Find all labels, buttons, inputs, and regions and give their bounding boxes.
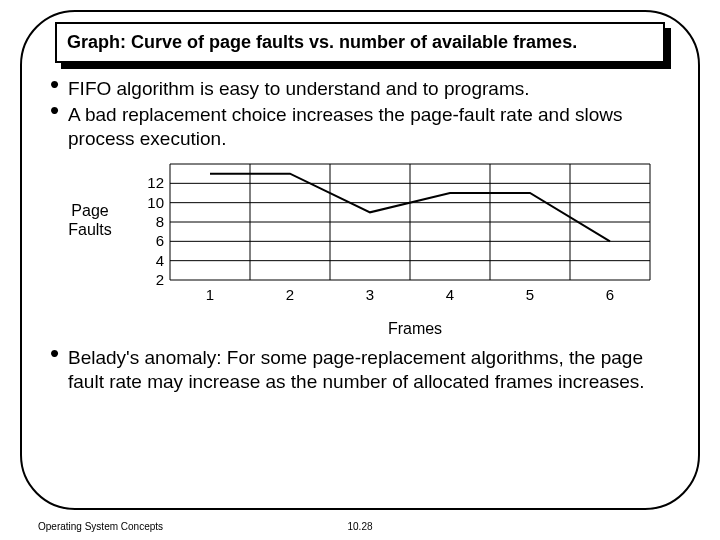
footer-left: Operating System Concepts [38,521,163,532]
svg-text:8: 8 [156,213,164,230]
svg-text:12: 12 [147,175,164,192]
svg-text:10: 10 [147,194,164,211]
svg-text:5: 5 [526,286,534,303]
svg-text:6: 6 [606,286,614,303]
svg-text:4: 4 [156,252,164,269]
svg-text:1: 1 [206,286,214,303]
svg-text:2: 2 [286,286,294,303]
bullet-list-top: FIFO algorithm is easy to understand and… [50,77,670,150]
svg-text:2: 2 [156,271,164,288]
bullet-item: A bad replacement choice increases the p… [50,103,670,151]
footer-center: 10.28 [347,521,372,532]
title-container: Graph: Curve of page faults vs. number o… [55,22,665,63]
slide-title: Graph: Curve of page faults vs. number o… [55,22,665,63]
y-axis-label: Page Faults [62,202,118,239]
x-axis-label: Frames [160,320,670,338]
svg-text:4: 4 [446,286,454,303]
svg-text:6: 6 [156,233,164,250]
bullet-list-bottom: Belady's anomaly: For some page-replacem… [50,346,670,394]
chart-container: Page Faults 24681012123456 Frames [70,158,670,338]
svg-text:3: 3 [366,286,374,303]
bullet-item: Belady's anomaly: For some page-replacem… [50,346,670,394]
bullet-item: FIFO algorithm is easy to understand and… [50,77,670,101]
line-chart: 24681012123456 [130,158,660,318]
slide-frame: Graph: Curve of page faults vs. number o… [20,10,700,510]
